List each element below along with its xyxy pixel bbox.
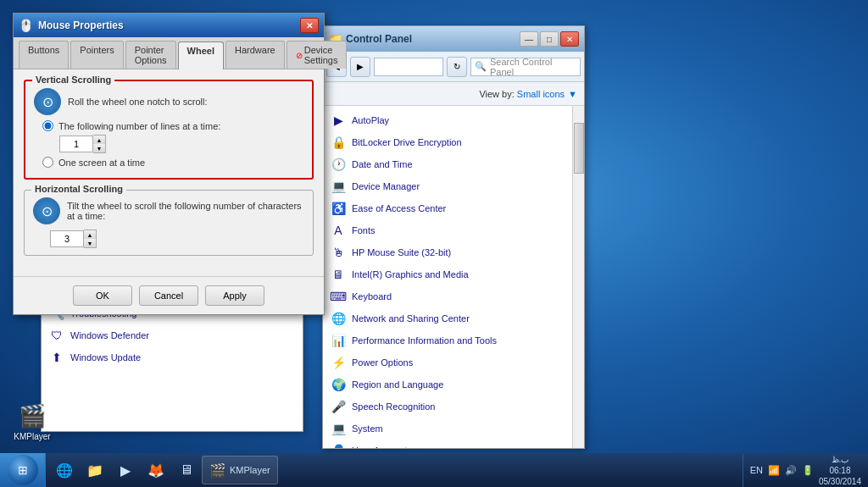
left-item-windows-update[interactable]: ⬆Windows Update [42, 346, 303, 368]
cp-forward-button[interactable]: ▶ [350, 57, 370, 77]
left-item-label: Windows Update [70, 352, 141, 362]
mouse-properties-dialog: 🖱️ Mouse Properties ✕ Buttons Pointers P… [13, 13, 325, 315]
cp-scrollbar[interactable] [572, 106, 584, 448]
chars-number-input[interactable]: 3 [50, 230, 84, 247]
battery-icon: 🔋 [802, 465, 814, 476]
cp-item-label: Region and Language [352, 379, 443, 390]
tab-pointers[interactable]: Pointers [70, 41, 123, 69]
cp-item-icon: ♿ [330, 200, 347, 217]
taskbar-item-firefox[interactable]: 🦊 [141, 456, 171, 484]
cp-item-date-and-time[interactable]: 🕐Date and Time [323, 153, 572, 175]
radio-screen-row: One screen at a time [42, 157, 303, 168]
cp-item-region-and-language[interactable]: 🌍Region and Language [323, 374, 572, 396]
scrollbar-thumb[interactable] [574, 123, 584, 174]
cp-item-label: Speech Recognition [352, 401, 435, 412]
horizontal-group-label: Horizontal Scrolling [31, 184, 126, 194]
cp-item-icon: ▶ [330, 112, 347, 129]
cp-search-box[interactable]: 🔍 Search Control Panel [470, 58, 581, 76]
cp-item-system[interactable]: 💻System [323, 418, 572, 440]
cp-item-user-accounts[interactable]: 👤User Accounts [323, 440, 572, 448]
cp-item-autoplay[interactable]: ▶AutoPlay [323, 109, 572, 131]
lines-spin-up[interactable]: ▲ [93, 136, 105, 144]
clock[interactable]: ب.ظ 06:18 05/30/2014 [819, 454, 861, 487]
view-by-label: View by: [479, 89, 514, 99]
apply-button[interactable]: Apply [205, 285, 264, 306]
cp-item-fonts[interactable]: AFonts [323, 219, 572, 241]
start-orb: ⊞ [8, 455, 38, 485]
cp-item-label: Intel(R) Graphics and Media [352, 269, 469, 279]
cp-item-icon: A [330, 222, 347, 239]
network-icon: 📶 [768, 465, 780, 476]
lines-number-input[interactable]: 1 [59, 136, 93, 152]
cp-item-keyboard[interactable]: ⌨Keyboard [323, 285, 572, 307]
start-button[interactable]: ⊞ [0, 453, 46, 487]
taskbar-item-explorer[interactable]: 📁 [80, 456, 110, 484]
cp-item-network-and-sharing-center[interactable]: 🌐Network and Sharing Center [323, 307, 572, 329]
cp-viewbar: View by: Small icons ▼ [323, 82, 584, 106]
view-selector[interactable]: Small icons ▼ [517, 89, 577, 99]
cp-item-label: Fonts [352, 225, 376, 235]
radio-lines-label: The following number of lines at a time: [58, 121, 220, 131]
cp-item-icon: ⌨ [330, 288, 347, 305]
dialog-content: Vertical Scrolling ⊙ Roll the wheel one … [14, 69, 324, 276]
left-item-icon: ⬆ [48, 349, 65, 366]
tab-buttons[interactable]: Buttons [19, 41, 69, 69]
desktop: 📁 Control Panel — □ ✕ ◀ ▶ ↻ 🔍 Search Con… [0, 0, 868, 487]
chevron-down-icon: ▼ [568, 89, 577, 99]
radio-group-vertical: The following number of lines at a time:… [42, 120, 303, 168]
taskbar-item-ie[interactable]: 🌐 [49, 456, 80, 484]
cp-item-intel(r)-graphics-and-media[interactable]: 🖥Intel(R) Graphics and Media [323, 263, 572, 285]
chars-spin-up[interactable]: ▲ [84, 230, 96, 239]
language-indicator[interactable]: EN [750, 465, 763, 475]
scroll-wheel-h-icon: ⊙ [33, 197, 60, 224]
ok-button[interactable]: OK [73, 285, 132, 306]
desktop-icon-kmplayer[interactable]: 🎬 KMPlayer [7, 399, 58, 445]
cp-item-speech-recognition[interactable]: 🎤Speech Recognition [323, 396, 572, 418]
cp-item-label: Performance Information and Tools [352, 335, 497, 346]
tab-pointer-options[interactable]: Pointer Options [125, 41, 176, 69]
cp-item-icon: 💻 [330, 178, 347, 195]
cp-item-label: Power Options [352, 357, 413, 368]
kmplayer-task-label: KMPlayer [230, 465, 270, 475]
radio-lines-input[interactable] [42, 120, 53, 131]
cp-window-controls: — □ ✕ [520, 31, 579, 47]
cp-refresh-button[interactable]: ↻ [447, 57, 467, 77]
volume-icon[interactable]: 🔊 [785, 465, 797, 476]
taskbar-item-media[interactable]: ▶ [110, 456, 141, 484]
tab-wheel[interactable]: Wheel [178, 42, 224, 69]
cp-item-performance-information-and-tools[interactable]: 📊Performance Information and Tools [323, 329, 572, 351]
time-suffix: ب.ظ [819, 454, 861, 465]
cp-titlebar: 📁 Control Panel — □ ✕ [323, 26, 584, 52]
tab-device-settings[interactable]: ⊘ Device Settings [287, 41, 348, 69]
tab-hardware[interactable]: Hardware [225, 41, 285, 69]
cp-maximize-button[interactable]: □ [540, 31, 559, 47]
taskbar-item-kmplayer[interactable]: 🎬 KMPlayer [202, 456, 278, 484]
chars-spin-down[interactable]: ▼ [84, 239, 96, 247]
cp-window-title: Control Panel [346, 33, 516, 45]
view-option-label: Small icons [517, 89, 565, 99]
left-item-windows-defender[interactable]: 🛡Windows Defender [42, 324, 303, 346]
lines-spin-down[interactable]: ▼ [93, 144, 105, 152]
cp-item-hp-mouse-suite-(32-bit)[interactable]: 🖱HP Mouse Suite (32-bit) [323, 241, 572, 263]
cp-item-icon: 📊 [330, 332, 347, 349]
control-panel-window: 📁 Control Panel — □ ✕ ◀ ▶ ↻ 🔍 Search Con… [322, 25, 585, 449]
tab-bar: Buttons Pointers Pointer Options Wheel H… [14, 37, 324, 69]
radio-screen-input[interactable] [42, 157, 53, 168]
taskbar-right: EN 📶 🔊 🔋 ب.ظ 06:18 05/30/2014 [736, 453, 868, 487]
cp-item-bitlocker-drive-encryption[interactable]: 🔒BitLocker Drive Encryption [323, 131, 572, 153]
cp-address-bar[interactable] [374, 58, 443, 76]
kmplayer-label: KMPlayer [14, 432, 50, 441]
cp-toolbar: ◀ ▶ ↻ 🔍 Search Control Panel [323, 52, 584, 82]
lines-spin-buttons: ▲ ▼ [93, 135, 106, 153]
taskbar-item-desktop[interactable]: 🖥 [171, 456, 202, 484]
cp-item-device-manager[interactable]: 💻Device Manager [323, 175, 572, 197]
kmplayer-task-icon: 🎬 [209, 462, 226, 479]
cp-minimize-button[interactable]: — [520, 31, 538, 47]
cp-item-power-options[interactable]: ⚡Power Options [323, 351, 572, 374]
cp-item-icon: 🌍 [330, 376, 347, 393]
cp-close-button[interactable]: ✕ [560, 31, 579, 47]
dialog-close-button[interactable]: ✕ [300, 18, 319, 33]
cancel-button[interactable]: Cancel [139, 285, 198, 306]
cp-item-ease-of-access-center[interactable]: ♿Ease of Access Center [323, 197, 572, 219]
clock-time: 06:18 [819, 465, 861, 476]
